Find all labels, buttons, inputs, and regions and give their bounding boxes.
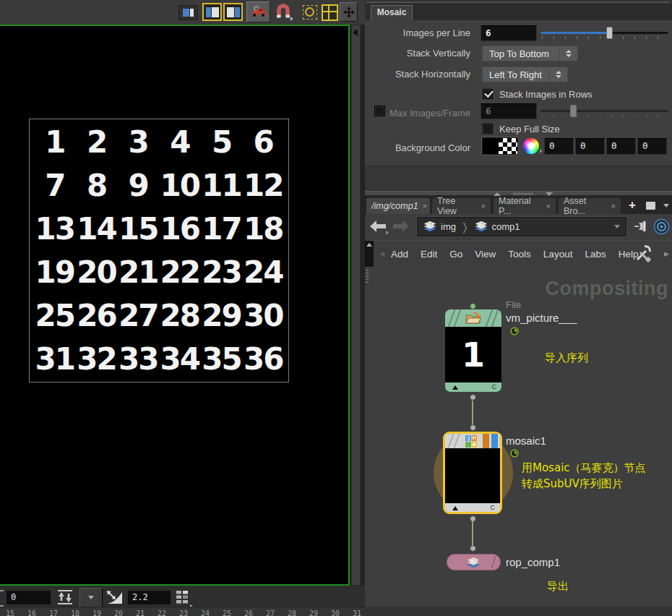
network-node-icon: [474, 221, 488, 233]
display-options-dropdown[interactable]: [79, 588, 103, 607]
tab-list-dropdown-icon[interactable]: [663, 204, 669, 208]
pane-divider-handle[interactable]: [351, 25, 361, 586]
mosaic-node-input-dot[interactable]: [470, 424, 476, 431]
horizontal-splitter[interactable]: [365, 191, 672, 196]
stack-horizontally-dropdown[interactable]: Left To Right: [482, 67, 568, 82]
menu-item-go[interactable]: Go: [449, 249, 462, 260]
node-slash: [491, 556, 496, 568]
display-flag-icon[interactable]: [452, 385, 458, 390]
node-badge: C: [492, 383, 497, 390]
pan-arrows-button[interactable]: [340, 2, 358, 22]
file-node[interactable]: 1 C: [445, 309, 501, 392]
menu-item-layout[interactable]: Layout: [543, 249, 573, 260]
scroll-left-icon[interactable]: ◀: [379, 250, 384, 257]
images-per-line-slider[interactable]: [540, 25, 668, 41]
back-arrow-icon: [369, 219, 387, 234]
close-tab-icon[interactable]: ×: [418, 202, 427, 210]
images-per-line-input[interactable]: 6: [481, 25, 537, 41]
spinner-arrows-icon[interactable]: [549, 67, 567, 82]
keep-full-size-checkbox[interactable]: [483, 124, 493, 134]
file-node-input-dot[interactable]: [470, 303, 476, 309]
menu-item-labs[interactable]: Labs: [585, 249, 606, 260]
slider-handle[interactable]: [606, 27, 613, 39]
color-wheel-icon[interactable]: [523, 138, 539, 154]
scroll-right-icon[interactable]: ▶: [664, 250, 669, 257]
pane-split-right-icon[interactable]: [223, 3, 243, 21]
collapse-left-icon[interactable]: [353, 29, 358, 36]
file-node-name[interactable]: vm_picture___: [506, 312, 577, 324]
keep-full-size-label: Keep Full Size: [499, 124, 560, 134]
close-tab-icon[interactable]: ×: [477, 202, 486, 210]
gamma-curve-icon[interactable]: [105, 589, 125, 606]
forward-button[interactable]: [392, 219, 410, 234]
back-button[interactable]: [369, 219, 387, 234]
maximize-pane-icon[interactable]: [646, 202, 655, 210]
snap-target-icon[interactable]: [300, 2, 319, 22]
new-tab-button[interactable]: +: [629, 199, 636, 212]
viewer-grid-number: 6: [242, 121, 284, 164]
splitter-grip[interactable]: [513, 192, 533, 195]
menu-item-view[interactable]: View: [475, 249, 496, 260]
breadcrumb-segment-comp1[interactable]: comp1: [492, 221, 520, 232]
breadcrumb-segment-img[interactable]: img: [441, 221, 456, 232]
path-dropdown-icon[interactable]: [614, 225, 620, 228]
mosaic-node[interactable]: :)H ★ C: [443, 432, 502, 514]
grid-window-icon[interactable]: [322, 4, 338, 21]
tools-button[interactable]: [633, 245, 652, 262]
pane-tab-label: Tree View: [437, 196, 477, 216]
rop-node[interactable]: [447, 554, 501, 570]
channels-grid-icon[interactable]: [174, 589, 191, 606]
slider-handle[interactable]: [570, 105, 577, 117]
bg-color-r-input[interactable]: 0: [544, 138, 574, 155]
radial-menu-button[interactable]: [653, 218, 670, 235]
menu-item-add[interactable]: Add: [391, 249, 408, 260]
wire-file-to-mosaic: [472, 401, 473, 427]
max-images-slider[interactable]: [540, 103, 668, 119]
stack-vertically-dropdown[interactable]: Top To Bottom: [482, 46, 578, 61]
breadcrumb[interactable]: img ❭ comp1: [417, 217, 626, 236]
desktop-car-button[interactable]: [246, 1, 270, 22]
menu-item-tools[interactable]: Tools: [508, 249, 531, 260]
viewer-grid-number: 7: [34, 164, 76, 208]
tab-mosaic[interactable]: Mosaic: [371, 5, 413, 20]
snapping-magnet-icon[interactable]: [275, 2, 293, 22]
viewer-grid-number: 27: [117, 294, 159, 337]
slider-ticks: [542, 36, 667, 39]
edge-grip[interactable]: [366, 270, 369, 283]
menu-item-edit[interactable]: Edit: [421, 249, 437, 260]
network-editor[interactable]: Compositing 1 C: [365, 267, 672, 607]
mosaic-node-name[interactable]: mosaic1: [506, 435, 546, 447]
pin-pane-button[interactable]: [634, 220, 648, 233]
bg-color-a-input[interactable]: 0: [637, 138, 667, 155]
file-node-output-dot[interactable]: [470, 394, 476, 401]
pane-layout-icon[interactable]: [178, 5, 198, 20]
rop-node-input-dot[interactable]: [470, 545, 476, 552]
max-images-input[interactable]: 6: [481, 103, 537, 119]
display-flag-icon[interactable]: [452, 506, 458, 510]
viewer-grid-number: 20: [76, 250, 118, 294]
stack-images-in-rows-checkbox[interactable]: [483, 89, 493, 99]
viewer-grid-number: 10: [159, 164, 201, 208]
bg-color-b-input[interactable]: 0: [606, 138, 636, 155]
pane-tab-3[interactable]: Material P...×: [494, 198, 556, 214]
compositing-viewport[interactable]: 1234567891011121314151617181920212223242…: [0, 25, 350, 586]
pane-tab-4[interactable]: Asset Bro...×: [559, 198, 621, 214]
spinner-arrows-icon[interactable]: [559, 46, 577, 61]
collapsed-strip[interactable]: [365, 241, 374, 267]
adapt-range-icon[interactable]: [56, 589, 74, 606]
gamma-input[interactable]: 2.2: [127, 590, 171, 605]
pane-tab-1[interactable]: /img/comp1×: [366, 198, 430, 214]
mosaic-parameters-panel: Images per Line 6 Stack Vertically Top T…: [365, 20, 672, 166]
black-level-input[interactable]: 0: [6, 590, 51, 605]
close-tab-icon[interactable]: ×: [542, 202, 551, 210]
close-tab-icon[interactable]: ×: [607, 202, 616, 210]
black-level-value: 0: [11, 592, 16, 602]
viewer-grid-number: 29: [201, 294, 243, 337]
caret-down-icon: [88, 596, 94, 599]
pane-divider[interactable]: [350, 25, 365, 586]
pane-split-left-icon[interactable]: [202, 3, 222, 21]
pane-tab-2[interactable]: Tree View×: [432, 198, 491, 214]
bg-color-g-input[interactable]: 0: [575, 138, 605, 155]
rop-node-name[interactable]: rop_comp1: [506, 556, 560, 568]
background-color-swatch[interactable]: [482, 137, 518, 155]
